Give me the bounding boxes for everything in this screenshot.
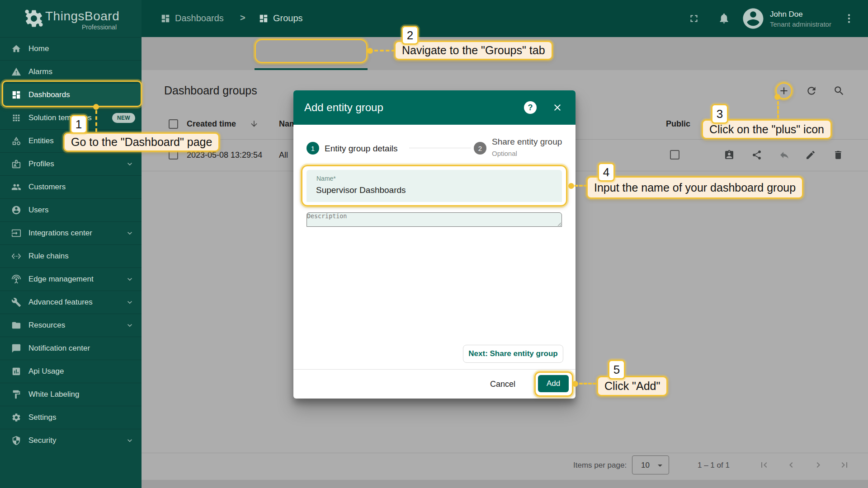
annotation-text-2: Navigate to the "Groups" tab	[394, 41, 553, 60]
brand-name: ThingsBoard	[45, 9, 119, 23]
home-icon	[11, 44, 21, 54]
sidebar-item-label: Settings	[28, 413, 56, 422]
highlight-add-button	[534, 371, 573, 397]
sidebar-item-label: Security	[28, 436, 56, 445]
sidebar-item-customers[interactable]: Customers	[0, 175, 142, 198]
dialog-header: Add entity group ?	[293, 90, 576, 125]
sidebar-item-security[interactable]: Security	[0, 429, 142, 452]
chevron-down-icon	[125, 160, 134, 169]
breadcrumb-dashboards[interactable]: Dashboards	[175, 13, 224, 23]
bar-chart-icon	[11, 366, 21, 376]
apps-icon	[11, 113, 21, 123]
connector-line-5	[579, 383, 596, 385]
tools-icon	[11, 297, 21, 307]
sidebar-item-resources[interactable]: Resources	[0, 314, 142, 337]
people-icon	[11, 182, 21, 192]
sidebar-item-notification-center[interactable]: Notification center	[0, 337, 142, 360]
brand-tagline: Professional	[0, 23, 117, 31]
connector-line-2	[374, 50, 395, 52]
user-name: John Doe	[770, 10, 803, 19]
thingsboard-app: ThingsBoard Professional Home Alarms Das…	[0, 0, 868, 488]
sidebar-item-alarms[interactable]: Alarms	[0, 60, 142, 83]
dialog-footer-divider	[293, 369, 576, 370]
sidebar-item-label: Users	[28, 206, 48, 215]
sidebar-item-rule-chains[interactable]: Rule chains	[0, 244, 142, 267]
cancel-button[interactable]: Cancel	[483, 375, 522, 393]
step-1-label: Entity group details	[325, 144, 398, 154]
connector-dot-1	[93, 104, 99, 110]
category-icon	[11, 136, 21, 146]
step-2-label: Share entity group	[492, 137, 562, 147]
bell-icon[interactable]	[718, 12, 730, 24]
sidebar-item-white-labeling[interactable]: White Labeling	[0, 383, 142, 406]
help-icon[interactable]: ?	[524, 101, 537, 114]
avatar[interactable]	[741, 6, 765, 31]
breadcrumb-groups: Groups	[273, 13, 303, 23]
sidebar-item-label: Notification center	[28, 344, 90, 353]
chevron-down-icon	[125, 275, 134, 284]
annotation-text-1: Go to the "Dashboard" page	[63, 132, 220, 152]
sidebar: ThingsBoard Professional Home Alarms Das…	[0, 0, 142, 488]
sidebar-item-label: Integrations center	[28, 229, 92, 238]
connector-line-1	[95, 110, 97, 132]
connector-dot-3	[774, 94, 780, 100]
next-share-entity-group-button[interactable]: Next: Share entity group	[463, 345, 563, 363]
thingsboard-logo[interactable]: ThingsBoard Professional	[0, 0, 142, 37]
sidebar-item-settings[interactable]: Settings	[0, 406, 142, 429]
highlight-dashboards-item	[2, 80, 142, 107]
connector-dot-5	[572, 381, 578, 387]
sidebar-item-profiles[interactable]: Profiles	[0, 152, 142, 175]
kebab-menu-icon[interactable]	[843, 13, 855, 24]
breadcrumb-separator: >	[240, 13, 245, 23]
close-icon[interactable]	[552, 102, 563, 113]
message-icon	[11, 343, 21, 353]
sidebar-item-label: Customers	[28, 183, 66, 192]
dashboard-icon	[259, 14, 269, 23]
chevron-down-icon	[125, 321, 134, 330]
topbar: Dashboards > Groups John Doe Tenant admi…	[142, 0, 868, 37]
code-brackets-icon	[11, 251, 21, 261]
integration-icon	[11, 228, 21, 238]
highlight-name-field	[301, 165, 567, 206]
sidebar-item-integrations-center[interactable]: Integrations center	[0, 221, 142, 244]
sidebar-item-label: Edge management	[28, 275, 94, 284]
antenna-icon	[11, 274, 21, 284]
add-entity-group-dialog: Add entity group ? 1 Entity group detail…	[293, 90, 576, 399]
annotation-number-4: 4	[598, 163, 615, 182]
user-role: Tenant administrator	[770, 20, 831, 28]
step-2-circle: 2	[474, 142, 486, 155]
chevron-down-icon	[125, 229, 134, 238]
dialog-title: Add entity group	[304, 101, 383, 114]
shield-icon	[11, 436, 21, 446]
stepper-divider	[409, 148, 471, 148]
badge-icon	[11, 159, 21, 169]
connector-line-4	[575, 185, 587, 187]
paint-icon	[11, 389, 21, 399]
sidebar-item-label: Profiles	[28, 160, 54, 169]
gear-icon	[11, 413, 21, 422]
folder-icon	[11, 320, 21, 330]
description-input[interactable]	[307, 212, 562, 227]
sidebar-item-label: Alarms	[28, 67, 52, 76]
sidebar-item-label: Resources	[28, 321, 65, 330]
chevron-down-icon	[125, 298, 134, 307]
sidebar-item-label: Home	[28, 44, 49, 53]
sidebar-item-label: Advanced features	[28, 298, 93, 307]
warning-icon	[11, 67, 21, 77]
sidebar-item-label: White Labeling	[28, 390, 79, 399]
connector-dot-2	[367, 48, 373, 54]
annotation-number-1: 1	[70, 115, 87, 134]
fullscreen-icon[interactable]	[688, 13, 700, 24]
person-icon	[11, 205, 21, 215]
highlight-groups-tab	[255, 39, 368, 63]
annotation-number-5: 5	[608, 360, 625, 380]
sidebar-item-users[interactable]: Users	[0, 198, 142, 221]
sidebar-item-advanced-features[interactable]: Advanced features	[0, 291, 142, 314]
sidebar-item-api-usage[interactable]: Api Usage	[0, 360, 142, 383]
annotation-text-4: Input the name of your dashboard group	[586, 176, 803, 199]
sidebar-item-home[interactable]: Home	[0, 37, 142, 60]
new-badge: NEW	[112, 113, 135, 123]
annotation-number-3: 3	[711, 104, 728, 124]
sidebar-item-edge-management[interactable]: Edge management	[0, 267, 142, 291]
annotation-number-2: 2	[401, 26, 419, 45]
